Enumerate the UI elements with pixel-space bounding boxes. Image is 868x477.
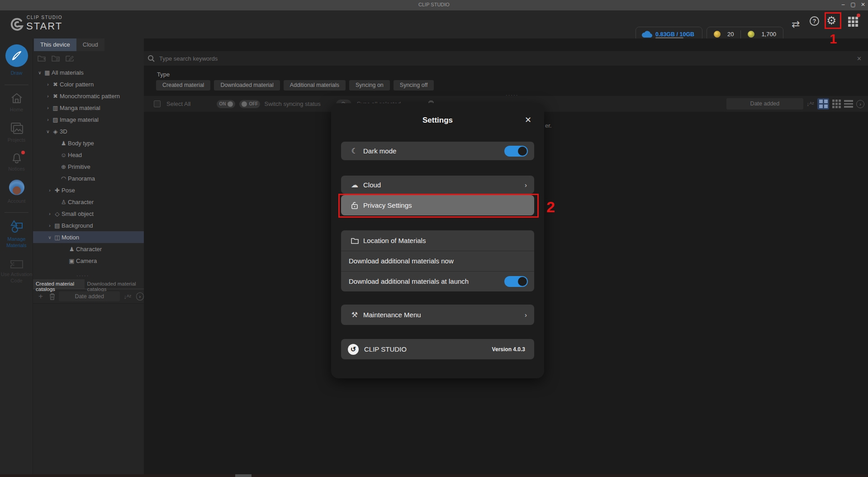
location-of-materials-row[interactable]: Location of Materials [341,230,534,251]
tab-downloaded-material-catalogs[interactable]: Downloaded material catalogs [85,279,144,289]
transfer-icon[interactable]: ⇄ [792,19,800,30]
sort-order-icon[interactable]: ↓ᴬᶻ [806,100,814,107]
bottom-edge-strip [0,474,868,477]
apps-grid-icon[interactable] [848,17,858,27]
tree-item-all-materials[interactable]: ∨▦All materials [33,67,144,78]
tree-item-primitive[interactable]: ⊕Primitive [33,161,144,172]
sidebar-item-notices[interactable]: Notices [0,151,33,172]
select-all-checkbox[interactable] [154,100,161,107]
tree-item-3d[interactable]: ∨◈3D [33,125,144,137]
date-added-dropdown[interactable]: Date added [726,98,803,110]
tree-item-label: Character [68,199,94,205]
close-button[interactable]: ✕ [858,1,868,8]
chip-created-material[interactable]: Created material [156,80,210,91]
expander-icon[interactable]: › [45,117,51,122]
maximize-button[interactable]: ▢ [848,1,858,8]
catalog-expand-icon[interactable]: › [136,292,144,301]
tree-item-label: Pose [62,187,75,194]
sidebar-item-home[interactable]: Home [0,92,33,113]
sidebar-nav: Draw Home Projects Notices Account Manag… [0,38,33,477]
sidebar-label-code: Code [0,277,33,284]
sidebar-item-activation-code[interactable]: Use Activation Code [0,259,33,284]
expander-icon[interactable]: ∨ [47,235,53,240]
expander-icon[interactable]: ∨ [37,70,43,75]
delete-folder-icon[interactable] [52,55,60,62]
panel-expand-icon[interactable]: › [856,100,864,108]
expander-icon[interactable]: › [47,211,53,216]
all-materials-icon: ▦ [43,69,52,76]
tree-item-motion-character[interactable]: ♟Character [33,243,144,255]
sidebar-item-projects[interactable]: Projects [0,122,33,143]
expander-icon[interactable]: › [45,82,51,87]
sidebar-item-manage-materials[interactable]: Manage Materials [0,219,33,248]
tree-item-small-object[interactable]: ›◇Small object [33,208,144,219]
logo-text-top: CLIP STUDIO [27,15,62,20]
edit-folder-icon[interactable] [66,55,74,62]
expander-icon[interactable]: › [47,188,53,193]
tree-item-pose[interactable]: ›✚Pose [33,184,144,196]
maintenance-menu-row[interactable]: ⚒ Maintenance Menu › [341,305,534,325]
primitive-icon: ⊕ [59,163,68,170]
minimize-button[interactable]: – [838,1,848,8]
small-grid-view-icon[interactable] [832,100,841,108]
tree-item-head[interactable]: ☺Head [33,149,144,161]
materials-tree-panel: This device Cloud ∨▦All materials ›✖Colo… [33,38,144,474]
sync-on-toggle[interactable]: ON [217,100,235,108]
chevron-right-icon: › [525,181,527,189]
search-bar[interactable]: Type search keywords ✕ [144,51,868,66]
tab-this-device[interactable]: This device [34,38,76,51]
chip-syncing-off[interactable]: Syncing off [394,80,434,91]
tree-item-background[interactable]: ›▤Background [33,219,144,231]
sidebar-item-account[interactable]: Account [0,180,33,204]
color-pattern-icon: ✖ [51,81,60,88]
sort-order-icon[interactable]: ↓ᴬᶻ [123,293,131,300]
help-icon[interactable]: ? [810,16,819,26]
expander-icon[interactable]: ∨ [45,129,51,134]
motion-icon: ◫ [53,234,62,241]
download-at-launch-label: Download additional materials at launch [349,277,469,285]
add-catalog-icon[interactable]: + [38,292,43,301]
sidebar-item-draw[interactable]: Draw [0,44,33,76]
tree-item-motion[interactable]: ∨◫Motion [33,231,144,243]
tab-cloud[interactable]: Cloud [76,38,104,51]
panel-resize-handle[interactable]: ····· [76,273,89,278]
expander-icon[interactable]: › [45,105,51,110]
delete-catalog-icon[interactable] [49,293,55,300]
about-clip-studio-row[interactable]: ↺ CLIP STUDIO Version 4.0.3 [341,339,534,359]
tree-item-manga-material[interactable]: ›▥Manga material [33,102,144,114]
download-at-launch-toggle[interactable] [504,276,528,287]
expander-icon[interactable]: › [45,94,51,99]
expander-icon[interactable]: › [47,223,53,228]
tree-item-color-pattern[interactable]: ›✖Color pattern [33,78,144,90]
sync-off-toggle[interactable]: OFF [239,100,260,108]
projects-icon [0,122,33,135]
dialog-close-icon[interactable]: ✕ [525,115,531,125]
list-view-icon[interactable] [844,100,853,108]
cloud-settings-row[interactable]: ☁ Cloud › [341,176,534,194]
download-at-launch-row[interactable]: Download additional materials at launch [341,271,534,291]
chip-additional-materials[interactable]: Additional materials [284,80,346,91]
location-of-materials-label: Location of Materials [363,237,426,244]
tree-item-camera[interactable]: ▣Camera [33,255,144,267]
chip-downloaded-material[interactable]: Downloaded material [214,80,280,91]
new-folder-icon[interactable] [38,55,46,62]
tree-item-label: 3D [60,128,67,135]
tree-item-monochromatic-pattern[interactable]: ›✖Monochromatic pattern [33,90,144,102]
tree-item-character[interactable]: ♙Character [33,196,144,208]
select-all-label: Select All [166,100,190,107]
search-clear-icon[interactable]: ✕ [857,55,862,62]
chip-syncing-on[interactable]: Syncing on [349,80,390,91]
tree-item-panorama[interactable]: ◠Panorama [33,172,144,184]
tree-item-image-material[interactable]: ›▨Image material [33,114,144,125]
dark-mode-row[interactable]: ☾ Dark mode [341,142,534,160]
sidebar-label-home: Home [0,106,33,113]
dark-mode-toggle[interactable] [504,146,528,157]
download-now-row[interactable]: Download additional materials now [341,251,534,271]
cloud-label: Cloud [363,181,381,189]
monochromatic-pattern-icon: ✖ [51,93,60,100]
gp-coin-count: 1,700 [761,31,776,38]
tab-created-material-catalogs[interactable]: Created material catalogs [33,279,85,289]
tree-item-body-type[interactable]: ♟Body type [33,137,144,149]
large-grid-view-icon[interactable] [817,98,829,110]
catalog-sort-dropdown[interactable]: Date added [59,291,120,301]
